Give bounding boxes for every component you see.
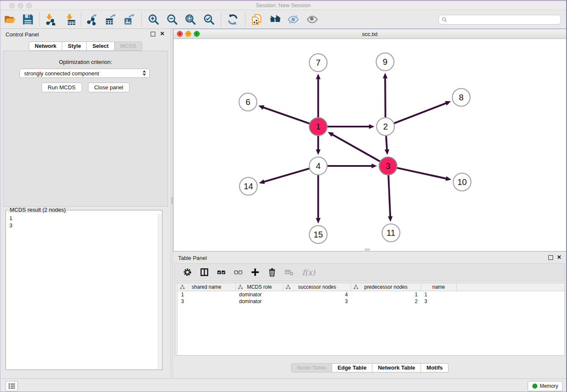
toolbar-separator <box>81 13 81 26</box>
graph-node-label: 1 <box>316 122 320 131</box>
search-icon <box>442 17 447 22</box>
window-resize-grip[interactable] <box>365 248 370 251</box>
column-header[interactable]: successor nodes <box>284 283 351 291</box>
node-table-body[interactable]: 1dominator4113dominator323 <box>178 291 564 355</box>
refresh-layout-icon[interactable] <box>226 13 239 26</box>
mcds-result-list[interactable]: 13 <box>6 214 158 369</box>
graph-edge-arrowhead <box>445 101 451 105</box>
select-all-checkbox-icon[interactable] <box>216 267 227 278</box>
export-table-icon[interactable] <box>105 13 117 26</box>
graph-edge-arrowhead <box>385 149 389 155</box>
column-header[interactable]: shared name <box>178 283 236 291</box>
run-mcds-button[interactable]: Run MCDS <box>41 83 82 92</box>
column-header[interactable]: name <box>421 283 457 291</box>
tab-mcds[interactable]: MCDS <box>115 41 142 51</box>
table-cell[interactable]: 2 <box>351 298 421 304</box>
graph-edge-arrowhead <box>388 216 393 222</box>
split-columns-icon[interactable] <box>199 267 210 278</box>
toolbar-separator <box>39 13 40 26</box>
open-session-icon[interactable] <box>4 13 17 26</box>
zoom-selected-icon[interactable] <box>203 13 215 26</box>
table-cell[interactable]: 1 <box>178 292 236 298</box>
result-item[interactable]: 3 <box>9 222 158 229</box>
home-icon[interactable] <box>269 13 281 26</box>
zoom-fit-icon[interactable] <box>184 13 197 26</box>
add-column-icon[interactable] <box>250 267 261 278</box>
divider-grip[interactable] <box>171 197 173 204</box>
memory-button[interactable]: Memory <box>528 381 563 391</box>
graph-node-label: 6 <box>245 97 250 107</box>
table-cell[interactable]: 1 <box>421 292 457 298</box>
table-row[interactable]: 1dominator411 <box>178 291 564 298</box>
network-graph[interactable]: 7968124314101511 <box>173 39 566 251</box>
network-window-titlebar[interactable]: x − + scc.txt <box>173 29 566 39</box>
graph-edge-3-10[interactable] <box>396 168 447 179</box>
graph-node-label: 14 <box>244 182 253 191</box>
zoom-in-icon[interactable] <box>147 13 160 26</box>
search-input[interactable] <box>447 16 561 24</box>
tree-icon <box>180 284 185 290</box>
graph-edge-3-11[interactable] <box>388 174 391 217</box>
graph-edge-2-9[interactable] <box>385 77 385 119</box>
network-canvas[interactable]: 7968124314101511 <box>173 39 566 251</box>
graph-edge-3-1[interactable] <box>332 134 381 162</box>
graph-edge-arrowhead <box>446 176 451 181</box>
tab-network[interactable]: Network <box>29 41 62 51</box>
network-window-title: scc.txt <box>173 31 566 37</box>
column-header[interactable]: predecessor nodes <box>351 283 421 291</box>
result-item[interactable]: 1 <box>9 215 158 222</box>
dropdown-stepper-icon <box>143 70 146 76</box>
tab-node-table[interactable]: Node Table <box>291 363 332 373</box>
main-toolbar <box>0 10 566 29</box>
tab-motifs[interactable]: Motifs <box>421 363 449 373</box>
tab-edge-table[interactable]: Edge Table <box>332 363 372 373</box>
graph-edge-2-3[interactable] <box>386 135 387 150</box>
export-network-icon[interactable] <box>86 13 99 26</box>
delete-column-icon[interactable] <box>267 267 278 278</box>
save-session-icon[interactable] <box>22 13 34 26</box>
graph-node-label: 2 <box>383 122 388 131</box>
copy-network-icon[interactable] <box>250 13 263 26</box>
column-header[interactable]: MCDS role <box>236 283 284 291</box>
graph-edge-arrowhead <box>316 149 320 155</box>
table-float-panel-icon[interactable] <box>548 255 553 260</box>
search-field[interactable] <box>438 15 561 25</box>
close-panel-button[interactable]: Close panel <box>88 83 130 92</box>
table-cell[interactable]: 4 <box>284 292 351 298</box>
graph-edge-4-14[interactable] <box>264 168 311 182</box>
graph-edge-arrowhead <box>259 105 264 110</box>
function-builder-icon[interactable]: f(x) <box>300 268 315 277</box>
table-cell[interactable]: 3 <box>284 298 351 304</box>
deselect-all-checkbox-icon[interactable] <box>233 267 244 278</box>
table-close-panel-icon[interactable]: ✕ <box>557 254 561 261</box>
export-image-icon[interactable] <box>123 13 136 26</box>
tab-select[interactable]: Select <box>87 41 114 51</box>
graph-edge-2-8[interactable] <box>393 103 447 124</box>
close-panel-icon[interactable]: ✕ <box>160 30 165 37</box>
tab-network-table[interactable]: Network Table <box>372 363 421 373</box>
table-panel-title: Table Panel <box>178 255 207 261</box>
task-history-button[interactable] <box>6 381 18 391</box>
import-table-icon[interactable] <box>64 13 77 26</box>
table-row[interactable]: 3dominator323 <box>178 298 564 305</box>
zoom-out-icon[interactable] <box>166 13 179 26</box>
table-cell[interactable]: 1 <box>351 292 421 298</box>
table-cell[interactable]: 3 <box>421 298 457 304</box>
delete-table-icon[interactable] <box>284 267 295 278</box>
import-network-icon[interactable] <box>44 13 56 26</box>
float-panel-icon[interactable] <box>151 32 155 36</box>
table-cell[interactable]: 3 <box>178 298 236 304</box>
graph-edge-1-6[interactable] <box>263 107 311 124</box>
hide-eye-icon[interactable] <box>287 13 300 26</box>
show-eye-icon[interactable] <box>306 13 319 26</box>
gear-icon[interactable] <box>182 267 193 278</box>
application-window: Session: New Session <box>0 0 567 392</box>
mcds-result-scrollbar[interactable] <box>158 214 162 369</box>
criterion-dropdown[interactable]: strongly connected component <box>19 69 150 78</box>
table-cell[interactable]: dominator <box>236 292 284 298</box>
control-panel: Control Panel ✕ Network Style Select MCD… <box>0 29 171 378</box>
graph-node-label: 4 <box>316 161 320 171</box>
table-cell[interactable]: dominator <box>236 298 284 304</box>
tab-style[interactable]: Style <box>62 41 87 51</box>
graph-edge-arrowhead <box>369 124 374 129</box>
